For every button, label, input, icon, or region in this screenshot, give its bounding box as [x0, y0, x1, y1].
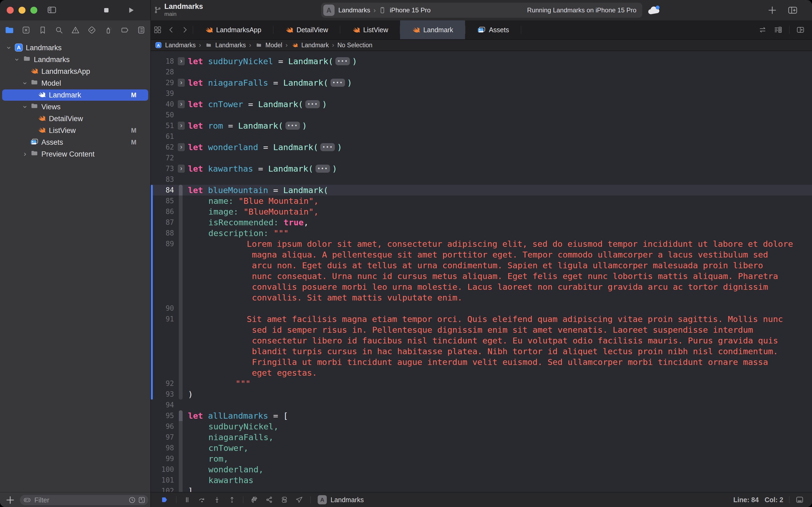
tab-assets[interactable]: Assets [465, 20, 521, 39]
filter-scope-icon[interactable] [138, 496, 146, 504]
find-icon[interactable] [55, 26, 63, 35]
code-line-85[interactable]: 85name: "Blue Mountain", [151, 195, 812, 206]
tests-icon[interactable] [88, 26, 96, 35]
minimize-button[interactable] [18, 7, 25, 14]
code-line-99[interactable]: 99rom, [151, 453, 812, 464]
breadcrumb-item[interactable]: Landmark [291, 41, 329, 49]
line-number[interactable]: 95 [151, 410, 174, 421]
line-number[interactable]: 98 [151, 443, 174, 453]
line-number[interactable]: 85 [151, 195, 174, 206]
code-fold-bar[interactable] [179, 271, 183, 281]
code-fold-bar[interactable] [179, 195, 183, 206]
code-fold-chevron-icon[interactable]: › [178, 165, 185, 173]
disclosure-chevron-icon[interactable]: › [3, 45, 15, 51]
code-fold-bar[interactable] [179, 217, 183, 228]
project-navigator-icon[interactable] [5, 25, 14, 35]
code-line-wrap[interactable]: arcu non. Eget duis at tellus at urna co… [151, 260, 812, 271]
line-number[interactable]: 94 [151, 400, 174, 410]
code-fold-bar[interactable] [179, 443, 183, 453]
code-line-94[interactable]: 94 [151, 400, 812, 410]
line-number[interactable]: 84 [151, 185, 174, 195]
sidebar-item-model[interactable]: ›Model [0, 77, 151, 89]
code-line-90[interactable]: 90 [151, 303, 812, 314]
code-fold-bar[interactable] [179, 486, 183, 492]
adjust-editor-options-icon[interactable] [773, 26, 783, 34]
breadcrumb-item[interactable]: ALandmarks [154, 41, 196, 49]
code-fold-bar[interactable] [179, 324, 183, 335]
sidebar-item-views[interactable]: ›Views [0, 101, 151, 113]
line-number[interactable]: 99 [151, 453, 174, 464]
breadcrumb-item[interactable]: Landmarks [205, 42, 246, 49]
add-file-button[interactable] [5, 495, 15, 505]
code-fold-bar[interactable] [179, 228, 183, 238]
code-line-96[interactable]: 96sudburyNickel, [151, 421, 812, 432]
code-line-87[interactable]: 87isRecommended: true, [151, 217, 812, 228]
sidebar-item-detailview[interactable]: DetailView [0, 113, 151, 125]
code-fold-bar[interactable] [179, 281, 183, 292]
breadcrumb-item[interactable]: Model [254, 42, 283, 49]
related-items-icon[interactable] [154, 26, 162, 34]
line-number[interactable]: 90 [151, 303, 174, 314]
sidebar-item-listview[interactable]: ListViewM [0, 125, 151, 136]
line-number[interactable]: 89 [151, 238, 174, 249]
line-number[interactable]: 18 [151, 56, 174, 67]
code-fold-bar[interactable] [179, 206, 183, 217]
line-number[interactable]: 88 [151, 228, 174, 238]
code-fold-chevron-icon[interactable]: › [178, 79, 185, 87]
add-tab-button[interactable] [767, 5, 777, 15]
sidebar-item-landmarks[interactable]: ›ALandmarks [0, 42, 151, 54]
line-number[interactable]: 93 [151, 389, 174, 400]
code-line-28[interactable]: 28 [151, 67, 812, 77]
line-number[interactable]: 61 [151, 131, 174, 142]
code-fold-chevron-icon[interactable]: › [178, 57, 185, 65]
code-line-97[interactable]: 97niagaraFalls, [151, 432, 812, 443]
code-line-40[interactable]: 40›let cnTower = Landmark(•••) [151, 99, 812, 110]
code-line-98[interactable]: 98cnTower, [151, 443, 812, 453]
code-fold-bar[interactable] [179, 260, 183, 271]
line-number[interactable]: 29 [151, 77, 174, 88]
sidebar-item-assets[interactable]: AssetsM [0, 136, 151, 148]
folded-code-ellipsis[interactable]: ••• [321, 143, 335, 151]
memory-graph-icon[interactable] [265, 496, 273, 504]
code-line-88[interactable]: 88description: """ [151, 228, 812, 238]
debug-area-toggle-icon[interactable] [795, 496, 804, 504]
environment-overrides-icon[interactable] [280, 496, 288, 504]
code-fold-chevron-icon[interactable]: › [178, 100, 185, 108]
go-back-icon[interactable] [168, 26, 175, 34]
code-fold-bar[interactable] [179, 238, 183, 249]
code-fold-bar[interactable] [179, 389, 183, 400]
stop-button[interactable] [102, 6, 110, 14]
sidebar-toggle-icon[interactable] [47, 5, 57, 14]
line-number[interactable]: 39 [151, 88, 174, 99]
line-number[interactable]: 40 [151, 99, 174, 110]
code-line-51[interactable]: 51›let rom = Landmark(•••) [151, 120, 812, 131]
reports-icon[interactable] [137, 26, 146, 35]
code-line-89[interactable]: 89Lorem ipsum dolor sit amet, consectetu… [151, 238, 812, 249]
tab-listview[interactable]: ListView [340, 20, 400, 39]
line-number[interactable]: 86 [151, 206, 174, 217]
code-line-102[interactable]: 102] [151, 486, 812, 492]
disclosure-chevron-icon[interactable]: › [22, 148, 28, 160]
scheme-name[interactable]: Landmarks [338, 6, 370, 14]
code-fold-bar[interactable] [179, 346, 183, 357]
code-line-wrap[interactable]: blandit turpis cursus in hac habitasse p… [151, 346, 812, 357]
sidebar-item-preview-content[interactable]: ›Preview Content [0, 148, 151, 160]
code-line-wrap[interactable]: sed id semper risus in. Pellentesque dig… [151, 324, 812, 335]
code-fold-bar[interactable] [179, 303, 183, 314]
step-into-icon[interactable] [213, 496, 221, 504]
filter-field[interactable] [20, 495, 148, 505]
code-fold-bar[interactable] [179, 378, 183, 389]
bookmarks-icon[interactable] [39, 26, 47, 35]
line-number[interactable]: 62 [151, 142, 174, 153]
sidebar-item-landmarksapp[interactable]: LandmarksApp [0, 65, 151, 77]
simulate-location-icon[interactable] [295, 496, 303, 504]
code-line-86[interactable]: 86image: "BlueMountain", [151, 206, 812, 217]
code-fold-bar[interactable] [179, 249, 183, 260]
line-number[interactable]: 50 [151, 110, 174, 120]
disclosure-chevron-icon[interactable]: › [11, 57, 23, 63]
code-line-72[interactable]: 72 [151, 153, 812, 163]
disclosure-chevron-icon[interactable]: › [19, 104, 31, 110]
line-number[interactable]: 91 [151, 314, 174, 324]
code-fold-bar[interactable] [179, 410, 183, 421]
code-fold-bar[interactable] [179, 432, 183, 443]
